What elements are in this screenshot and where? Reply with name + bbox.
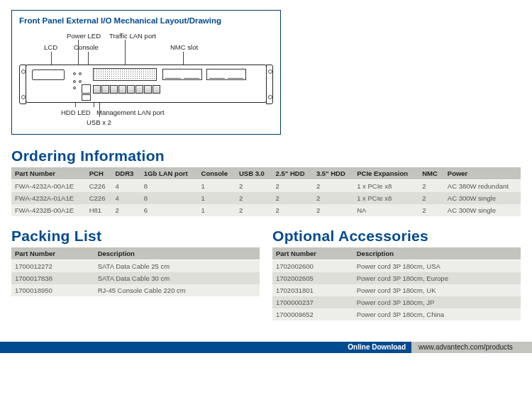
hdd-led-indicator bbox=[73, 86, 76, 89]
label-mgmt-lan: Management LAN port bbox=[96, 108, 165, 116]
table-cell: 2 bbox=[272, 204, 313, 216]
table-cell: 1700000237 bbox=[272, 296, 353, 308]
table-cell: C226 bbox=[86, 180, 112, 193]
ordering-title: Ordering Information bbox=[11, 147, 521, 164]
table-header: PCH bbox=[86, 167, 112, 180]
table-cell: RJ-45 Console Cable 220 cm bbox=[94, 284, 260, 296]
label-power-led: Power LED bbox=[67, 32, 101, 40]
table-cell: Power cord 3P 180cm, UK bbox=[353, 284, 521, 296]
table-cell: 2 bbox=[235, 192, 272, 204]
table-cell: FWA-4232B-00A1E bbox=[11, 204, 86, 216]
table-cell: SATA Data Cable 25 cm bbox=[94, 260, 260, 273]
packing-table: Part NumberDescription 1700012272SATA Da… bbox=[11, 247, 260, 296]
ordering-table: Part NumberPCHDDR31Gb LAN portConsoleUSB… bbox=[11, 167, 521, 216]
table-cell: 6 bbox=[140, 204, 198, 216]
table-cell: AC 300W single bbox=[444, 204, 521, 216]
front-panel-diagram: LCD Power LED Console Traffic LAN port N… bbox=[26, 29, 267, 125]
table-header: USB 3.0 bbox=[235, 167, 272, 180]
table-row: 1700017838SATA Data Cable 30 cm bbox=[11, 272, 260, 284]
lcd-screen bbox=[32, 69, 65, 80]
table-row: FWA-4232B-00A1EH81261222NA2AC 300W singl… bbox=[11, 204, 521, 216]
table-row: 1700018950RJ-45 Console Cable 220 cm bbox=[11, 284, 260, 296]
table-header: 2.5" HDD bbox=[272, 167, 313, 180]
table-cell: 1 bbox=[198, 180, 235, 193]
table-row: FWA-4232A-01A1EC2264812221 x PCIe x82AC … bbox=[11, 192, 521, 204]
table-cell: 4 bbox=[112, 180, 140, 193]
table-cell: C226 bbox=[86, 192, 112, 204]
table-row: 1700009652Power cord 3P 180cm, China bbox=[272, 308, 521, 320]
table-cell: 2 bbox=[235, 204, 272, 216]
table-cell: FWA-4232A-00A1E bbox=[11, 180, 86, 193]
table-cell: FWA-4232A-01A1E bbox=[11, 192, 86, 204]
table-cell: Power cord 3P 180cm, USA bbox=[353, 260, 521, 273]
packing-title: Packing List bbox=[11, 228, 260, 245]
table-row: 1702002600Power cord 3P 180cm, USA bbox=[272, 260, 521, 273]
table-header: Part Number bbox=[11, 167, 86, 180]
table-row: FWA-4232A-00A1EC2264812221 x PCIe x82AC … bbox=[11, 180, 521, 193]
table-cell: 2 bbox=[235, 180, 272, 193]
label-nmc-slot: NMC slot bbox=[170, 43, 198, 51]
nmc-slot-2 bbox=[206, 69, 246, 80]
table-cell: 1 bbox=[198, 192, 235, 204]
usb-ports bbox=[82, 94, 91, 101]
table-header: Part Number bbox=[11, 247, 94, 260]
table-cell: 4 bbox=[112, 192, 140, 204]
table-header: Power bbox=[444, 167, 521, 180]
nmc-slot-1 bbox=[162, 69, 202, 80]
table-cell: 2 bbox=[419, 180, 444, 193]
table-cell: 2 bbox=[313, 180, 353, 193]
table-header: Description bbox=[94, 247, 260, 260]
table-row: 1700000237Power cord 3P 180cm, JP bbox=[272, 296, 521, 308]
table-cell: 1702002600 bbox=[272, 260, 353, 273]
label-usb: USB x 2 bbox=[87, 118, 111, 126]
front-panel-section: Front Panel External I/O Mechanical Layo… bbox=[11, 10, 281, 135]
table-cell: 2 bbox=[313, 204, 353, 216]
table-header: Description bbox=[353, 247, 521, 260]
panel-title: Front Panel External I/O Mechanical Layo… bbox=[19, 16, 273, 25]
table-header: NMC bbox=[419, 167, 444, 180]
table-cell: 1700012272 bbox=[11, 260, 94, 273]
table-cell: 1 x PCIe x8 bbox=[353, 180, 419, 193]
vent-grille bbox=[93, 68, 157, 81]
table-header: DDR3 bbox=[112, 167, 140, 180]
footer-url: www.advantech.com/products bbox=[411, 342, 532, 353]
table-cell: 2 bbox=[313, 192, 353, 204]
table-cell: 2 bbox=[419, 192, 444, 204]
table-cell: 8 bbox=[140, 180, 198, 193]
table-cell: 1700018950 bbox=[11, 284, 94, 296]
table-cell: 2 bbox=[112, 204, 140, 216]
table-cell: NA bbox=[353, 204, 419, 216]
label-traffic-lan: Traffic LAN port bbox=[109, 32, 156, 40]
table-cell: H81 bbox=[86, 204, 112, 216]
console-port bbox=[82, 84, 91, 94]
footer-label: Online Download bbox=[342, 342, 411, 353]
chassis-outline bbox=[26, 65, 267, 103]
table-cell: 1 bbox=[198, 204, 235, 216]
table-cell: 1702031801 bbox=[272, 284, 353, 296]
table-row: 1702031801Power cord 3P 180cm, UK bbox=[272, 284, 521, 296]
table-cell: 1 x PCIe x8 bbox=[353, 192, 419, 204]
table-cell: SATA Data Cable 30 cm bbox=[94, 272, 260, 284]
table-cell: 2 bbox=[272, 180, 313, 193]
table-cell: AC 380W redundant bbox=[444, 180, 521, 193]
footer-bar: Online Download www.advantech.com/produc… bbox=[0, 342, 532, 353]
table-header: 3.5" HDD bbox=[313, 167, 353, 180]
accessories-title: Optional Accessories bbox=[272, 228, 521, 245]
table-cell: 1702002605 bbox=[272, 272, 353, 284]
label-lcd: LCD bbox=[44, 43, 57, 51]
table-header: Part Number bbox=[272, 247, 353, 260]
table-header: 1Gb LAN port bbox=[140, 167, 198, 180]
table-cell: AC 300W single bbox=[444, 192, 521, 204]
label-hdd-led: HDD LED bbox=[61, 108, 91, 116]
power-led-group bbox=[72, 69, 87, 85]
lan-ports-row bbox=[93, 85, 160, 94]
table-cell: Power cord 3P 180cm, Europe bbox=[353, 272, 521, 284]
table-cell: Power cord 3P 180cm, JP bbox=[353, 296, 521, 308]
table-header: Console bbox=[198, 167, 235, 180]
table-cell: 1700009652 bbox=[272, 308, 353, 320]
table-row: 1700012272SATA Data Cable 25 cm bbox=[11, 260, 260, 273]
table-cell: 1700017838 bbox=[11, 272, 94, 284]
table-row: 1702002605Power cord 3P 180cm, Europe bbox=[272, 272, 521, 284]
table-header: PCIe Expansion bbox=[353, 167, 419, 180]
table-cell: 8 bbox=[140, 192, 198, 204]
